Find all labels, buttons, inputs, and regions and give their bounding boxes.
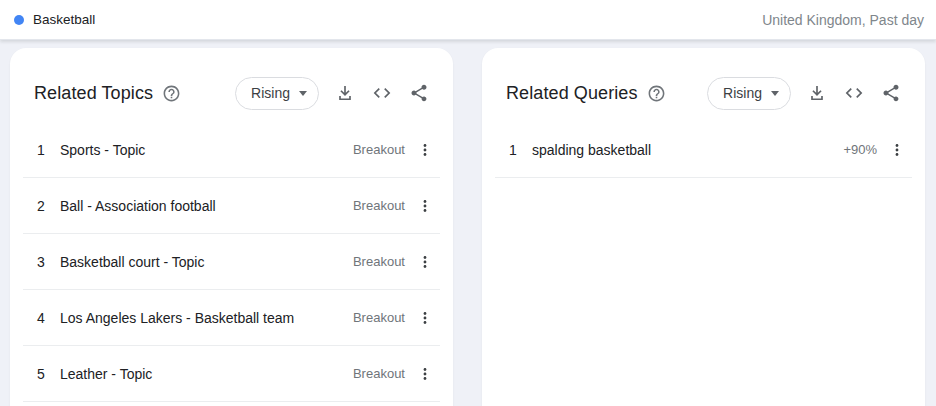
download-button[interactable] [807,83,827,103]
more-vert-icon[interactable] [415,308,435,328]
embed-button[interactable] [844,83,864,103]
related-queries-card: Related Queries Rising 1 spalding ba [482,48,925,406]
related-topics-header: Related Topics Rising [10,48,453,118]
sort-dropdown-value: Rising [723,85,762,101]
related-queries-list: 1 spalding basketball +90% [482,122,925,178]
more-vert-icon[interactable] [415,196,435,216]
share-button[interactable] [409,83,429,103]
download-button[interactable] [335,83,355,103]
query-label: spalding basketball [532,142,843,158]
sort-dropdown[interactable]: Rising [235,77,319,110]
caret-down-icon [299,91,307,96]
topic-label: Sports - Topic [60,142,353,158]
more-vert-icon[interactable] [887,140,907,160]
topic-label: Basketball court - Topic [60,254,353,270]
search-term-label: Basketball [33,12,95,27]
trend-value: +90% [843,142,877,157]
sort-dropdown-value: Rising [251,85,290,101]
rank: 4 [37,310,51,326]
topic-label: Ball - Association football [60,198,353,214]
rank: 1 [509,142,523,158]
share-button[interactable] [881,83,901,103]
panels-container: Related Topics Rising 1 Sports - Top [10,48,925,406]
more-vert-icon[interactable] [415,252,435,272]
list-item[interactable]: 2 Ball - Association football Breakout [23,178,440,234]
geo-time-scope-label: United Kingdom, Past day [762,12,924,28]
caret-down-icon [771,91,779,96]
topic-label: Leather - Topic [60,366,353,382]
panel-title: Related Queries [506,83,638,104]
list-item[interactable]: 1 Sports - Topic Breakout [23,122,440,178]
trend-value: Breakout [353,198,405,213]
trend-value: Breakout [353,142,405,157]
topic-label: Los Angeles Lakers - Basketball team [60,310,353,326]
rank: 3 [37,254,51,270]
term-color-dot-icon [14,15,24,25]
related-queries-header: Related Queries Rising [482,48,925,118]
rank: 2 [37,198,51,214]
help-icon[interactable] [162,84,181,103]
trend-value: Breakout [353,254,405,269]
trend-value: Breakout [353,366,405,381]
related-topics-list: 1 Sports - Topic Breakout 2 Ball - Assoc… [10,122,453,402]
trend-value: Breakout [353,310,405,325]
trends-term-bar: Basketball United Kingdom, Past day [0,0,936,40]
list-item[interactable]: 3 Basketball court - Topic Breakout [23,234,440,290]
list-item[interactable]: 5 Leather - Topic Breakout [23,346,440,402]
more-vert-icon[interactable] [415,140,435,160]
list-item[interactable]: 1 spalding basketball +90% [495,122,912,178]
sort-dropdown[interactable]: Rising [707,77,791,110]
help-icon[interactable] [647,84,666,103]
list-item[interactable]: 4 Los Angeles Lakers - Basketball team B… [23,290,440,346]
related-topics-card: Related Topics Rising 1 Sports - Top [10,48,453,406]
more-vert-icon[interactable] [415,364,435,384]
panel-title: Related Topics [34,83,153,104]
rank: 1 [37,142,51,158]
embed-button[interactable] [372,83,392,103]
rank: 5 [37,366,51,382]
